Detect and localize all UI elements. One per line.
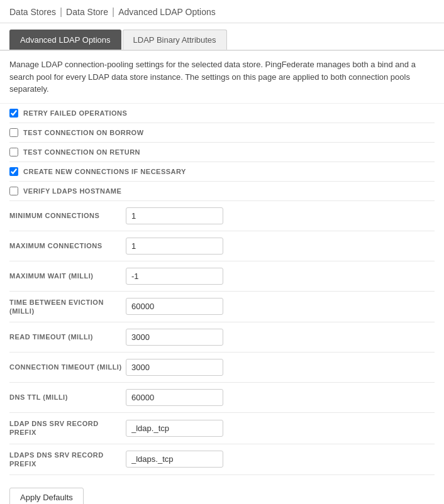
label-min-connections: MINIMUM CONNECTIONS	[9, 211, 126, 220]
field-row-connection-timeout: CONNECTION TIMEOUT (MILLI)	[9, 353, 435, 383]
checkbox-test-borrow[interactable]	[9, 128, 18, 137]
field-row-dns-ttl: DNS TTL (MILLI)	[9, 383, 435, 413]
input-connection-timeout[interactable]	[126, 359, 223, 376]
field-row-min-connections: MINIMUM CONNECTIONS	[9, 201, 435, 231]
input-ldap-dns-srv[interactable]	[126, 420, 223, 437]
tab-advanced-ldap[interactable]: Advanced LDAP Options	[9, 30, 121, 50]
label-dns-ttl: DNS TTL (MILLI)	[9, 393, 126, 402]
breadcrumb-sep-2: |	[112, 6, 114, 18]
field-row-max-connections: MAXIMUM CONNECTIONS	[9, 231, 435, 261]
field-row-read-timeout: READ TIMEOUT (MILLI)	[9, 322, 435, 353]
input-min-connections[interactable]	[126, 207, 223, 224]
input-ldaps-dns-srv[interactable]	[126, 451, 223, 468]
tab-ldap-binary-attributes[interactable]: LDAP Binary Attributes	[123, 30, 227, 50]
label-max-connections: MAXIMUM CONNECTIONS	[9, 241, 126, 250]
label-create-new: CREATE NEW CONNECTIONS IF NECESSARY	[23, 168, 186, 175]
input-read-timeout[interactable]	[126, 329, 223, 346]
label-ldaps-dns-srv: LDAPS DNS SRV RECORD PREFIX	[9, 451, 126, 469]
checkbox-row-test-borrow: TEST CONNECTION ON BORROW	[9, 123, 435, 143]
label-retry-failed: RETRY FAILED OPERATIONS	[23, 109, 127, 117]
checkbox-row-test-return: TEST CONNECTION ON RETURN	[9, 143, 435, 162]
field-row-max-wait: MAXIMUM WAIT (MILLI)	[9, 261, 435, 292]
breadcrumb-current: Advanced LDAP Options	[118, 7, 216, 17]
label-max-wait: MAXIMUM WAIT (MILLI)	[9, 271, 126, 280]
breadcrumb-sep-1: |	[60, 6, 62, 18]
checkbox-row-retry-failed: RETRY FAILED OPERATIONS	[9, 104, 435, 123]
label-ldap-dns-srv: LDAP DNS SRV RECORD PREFIX	[9, 419, 126, 437]
input-max-wait[interactable]	[126, 268, 223, 285]
label-test-return: TEST CONNECTION ON RETURN	[23, 148, 140, 156]
breadcrumb-data-store: Data Store	[66, 7, 108, 17]
label-read-timeout: READ TIMEOUT (MILLI)	[9, 332, 126, 341]
checkbox-create-new[interactable]	[9, 167, 18, 176]
description-text: Manage LDAP connection-pooling settings …	[0, 51, 444, 104]
checkbox-verify-ldaps[interactable]	[9, 187, 18, 195]
input-time-eviction[interactable]	[126, 298, 223, 315]
breadcrumb: Data Stores | Data Store | Advanced LDAP…	[0, 0, 444, 23]
label-connection-timeout: CONNECTION TIMEOUT (MILLI)	[9, 363, 126, 371]
checkbox-row-create-new: CREATE NEW CONNECTIONS IF NECESSARY	[9, 162, 435, 182]
checkbox-row-verify-ldaps: VERIFY LDAPS HOSTNAME	[9, 182, 435, 201]
input-dns-ttl[interactable]	[126, 389, 223, 406]
tabs-bar: Advanced LDAP Options LDAP Binary Attrib…	[0, 23, 444, 51]
apply-defaults-button[interactable]: Apply Defaults	[9, 488, 84, 504]
label-verify-ldaps: VERIFY LDAPS HOSTNAME	[23, 187, 121, 195]
field-row-time-eviction: TIME BETWEEN EVICTION (MILLI)	[9, 292, 435, 323]
label-test-borrow: TEST CONNECTION ON BORROW	[23, 129, 144, 136]
breadcrumb-data-stores: Data Stores	[9, 7, 56, 17]
settings-container: RETRY FAILED OPERATIONS TEST CONNECTION …	[0, 104, 444, 476]
label-time-eviction: TIME BETWEEN EVICTION (MILLI)	[9, 298, 126, 316]
field-row-ldaps-dns-srv: LDAPS DNS SRV RECORD PREFIX	[9, 444, 435, 476]
field-row-ldap-dns-srv: LDAP DNS SRV RECORD PREFIX	[9, 413, 435, 444]
checkbox-retry-failed[interactable]	[9, 109, 18, 118]
input-max-connections[interactable]	[126, 238, 223, 255]
checkbox-test-return[interactable]	[9, 148, 18, 156]
